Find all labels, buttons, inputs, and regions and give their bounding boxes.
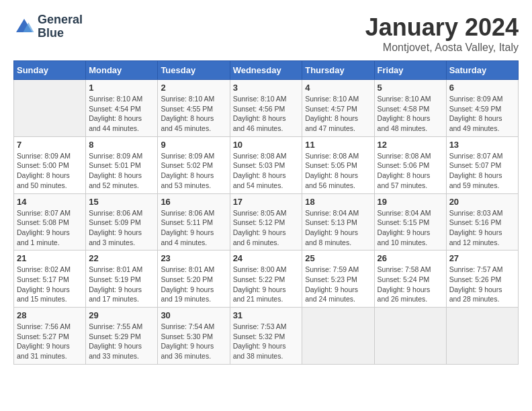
day-number: 1 (89, 83, 154, 93)
day-number: 24 (233, 253, 300, 263)
calendar-cell: 22Sunrise: 8:01 AM Sunset: 5:19 PM Dayli… (86, 250, 158, 308)
day-info: Sunrise: 8:09 AM Sunset: 5:02 PM Dayligh… (161, 151, 226, 191)
calendar-cell (302, 308, 374, 365)
calendar-cell: 7Sunrise: 8:09 AM Sunset: 5:00 PM Daylig… (14, 136, 86, 193)
day-number: 21 (17, 253, 83, 263)
day-info: Sunrise: 8:10 AM Sunset: 4:57 PM Dayligh… (305, 94, 371, 134)
day-number: 3 (233, 83, 300, 93)
calendar-cell: 23Sunrise: 8:01 AM Sunset: 5:20 PM Dayli… (158, 250, 230, 308)
day-info: Sunrise: 7:57 AM Sunset: 5:26 PM Dayligh… (449, 265, 515, 304)
weekday-header: Sunday (14, 61, 86, 80)
month-title: January 2024 (365, 13, 519, 42)
calendar-cell: 16Sunrise: 8:06 AM Sunset: 5:11 PM Dayli… (158, 193, 230, 250)
calendar-week-row: 21Sunrise: 8:02 AM Sunset: 5:17 PM Dayli… (14, 250, 519, 308)
weekday-header: Monday (86, 61, 158, 80)
day-number: 9 (161, 140, 226, 150)
day-number: 2 (161, 83, 226, 93)
calendar-cell: 10Sunrise: 8:08 AM Sunset: 5:03 PM Dayli… (230, 136, 302, 193)
calendar-cell: 18Sunrise: 8:04 AM Sunset: 5:13 PM Dayli… (302, 193, 374, 250)
day-number: 23 (161, 253, 226, 263)
calendar-cell (446, 308, 518, 365)
calendar-cell: 21Sunrise: 8:02 AM Sunset: 5:17 PM Dayli… (14, 250, 86, 308)
calendar-week-row: 28Sunrise: 7:56 AM Sunset: 5:27 PM Dayli… (14, 308, 519, 365)
calendar-cell: 4Sunrise: 8:10 AM Sunset: 4:57 PM Daylig… (302, 80, 374, 137)
title-block: January 2024 Montjovet, Aosta Valley, It… (365, 13, 519, 54)
day-number: 19 (378, 197, 443, 207)
day-info: Sunrise: 8:02 AM Sunset: 5:17 PM Dayligh… (17, 265, 83, 304)
day-number: 12 (378, 140, 443, 150)
calendar-cell: 11Sunrise: 8:08 AM Sunset: 5:05 PM Dayli… (302, 136, 374, 193)
calendar-cell: 3Sunrise: 8:10 AM Sunset: 4:56 PM Daylig… (230, 80, 302, 137)
weekday-header: Friday (374, 61, 446, 80)
calendar-cell: 17Sunrise: 8:05 AM Sunset: 5:12 PM Dayli… (230, 193, 302, 250)
day-number: 18 (305, 197, 371, 207)
calendar-cell: 29Sunrise: 7:55 AM Sunset: 5:29 PM Dayli… (86, 308, 158, 365)
day-info: Sunrise: 8:05 AM Sunset: 5:12 PM Dayligh… (233, 208, 300, 248)
day-number: 17 (233, 197, 300, 207)
day-number: 10 (233, 140, 300, 150)
logo-text: General Blue (38, 13, 83, 40)
calendar-cell: 6Sunrise: 8:09 AM Sunset: 4:59 PM Daylig… (446, 80, 518, 137)
day-info: Sunrise: 7:55 AM Sunset: 5:29 PM Dayligh… (89, 322, 154, 361)
calendar-week-row: 7Sunrise: 8:09 AM Sunset: 5:00 PM Daylig… (14, 136, 519, 193)
calendar-cell: 8Sunrise: 8:09 AM Sunset: 5:01 PM Daylig… (86, 136, 158, 193)
calendar-cell: 9Sunrise: 8:09 AM Sunset: 5:02 PM Daylig… (158, 136, 230, 193)
day-info: Sunrise: 8:01 AM Sunset: 5:20 PM Dayligh… (161, 265, 226, 304)
day-number: 25 (305, 253, 371, 263)
calendar-cell (14, 80, 86, 137)
calendar-cell: 15Sunrise: 8:06 AM Sunset: 5:09 PM Dayli… (86, 193, 158, 250)
calendar-cell: 30Sunrise: 7:54 AM Sunset: 5:30 PM Dayli… (158, 308, 230, 365)
day-info: Sunrise: 8:00 AM Sunset: 5:22 PM Dayligh… (233, 265, 300, 304)
day-info: Sunrise: 8:09 AM Sunset: 5:01 PM Dayligh… (89, 151, 154, 191)
weekday-header: Thursday (302, 61, 374, 80)
calendar-header: SundayMondayTuesdayWednesdayThursdayFrid… (14, 61, 519, 80)
day-info: Sunrise: 7:59 AM Sunset: 5:23 PM Dayligh… (305, 265, 371, 304)
day-info: Sunrise: 8:10 AM Sunset: 4:58 PM Dayligh… (378, 94, 443, 134)
day-info: Sunrise: 8:03 AM Sunset: 5:16 PM Dayligh… (449, 208, 515, 248)
day-info: Sunrise: 8:10 AM Sunset: 4:56 PM Dayligh… (233, 94, 300, 134)
day-info: Sunrise: 8:10 AM Sunset: 4:55 PM Dayligh… (161, 94, 226, 134)
day-info: Sunrise: 7:58 AM Sunset: 5:24 PM Dayligh… (378, 265, 443, 304)
day-number: 31 (233, 310, 300, 320)
day-number: 29 (89, 310, 154, 320)
logo-icon (13, 16, 35, 38)
day-info: Sunrise: 8:08 AM Sunset: 5:03 PM Dayligh… (233, 151, 300, 191)
day-info: Sunrise: 8:04 AM Sunset: 5:15 PM Dayligh… (378, 208, 443, 248)
day-number: 16 (161, 197, 226, 207)
location-title: Montjovet, Aosta Valley, Italy (365, 42, 519, 54)
day-number: 7 (17, 140, 83, 150)
calendar-cell: 28Sunrise: 7:56 AM Sunset: 5:27 PM Dayli… (14, 308, 86, 365)
day-info: Sunrise: 8:09 AM Sunset: 5:00 PM Dayligh… (17, 151, 83, 191)
day-number: 27 (449, 253, 515, 263)
calendar-cell: 2Sunrise: 8:10 AM Sunset: 4:55 PM Daylig… (158, 80, 230, 137)
day-info: Sunrise: 8:06 AM Sunset: 5:11 PM Dayligh… (161, 208, 226, 248)
day-number: 11 (305, 140, 371, 150)
day-info: Sunrise: 8:07 AM Sunset: 5:08 PM Dayligh… (17, 208, 83, 248)
calendar-week-row: 1Sunrise: 8:10 AM Sunset: 4:54 PM Daylig… (14, 80, 519, 137)
day-info: Sunrise: 7:53 AM Sunset: 5:32 PM Dayligh… (233, 322, 300, 361)
weekday-header: Wednesday (230, 61, 302, 80)
day-info: Sunrise: 8:08 AM Sunset: 5:05 PM Dayligh… (305, 151, 371, 191)
weekday-header: Saturday (446, 61, 518, 80)
day-info: Sunrise: 8:07 AM Sunset: 5:07 PM Dayligh… (449, 151, 515, 191)
day-info: Sunrise: 8:01 AM Sunset: 5:19 PM Dayligh… (89, 265, 154, 304)
day-number: 15 (89, 197, 154, 207)
calendar-table: SundayMondayTuesdayWednesdayThursdayFrid… (13, 60, 519, 365)
calendar-cell: 27Sunrise: 7:57 AM Sunset: 5:26 PM Dayli… (446, 250, 518, 308)
weekday-row: SundayMondayTuesdayWednesdayThursdayFrid… (14, 61, 519, 80)
day-number: 5 (378, 83, 443, 93)
day-number: 6 (449, 83, 515, 93)
calendar-week-row: 14Sunrise: 8:07 AM Sunset: 5:08 PM Dayli… (14, 193, 519, 250)
calendar-cell: 5Sunrise: 8:10 AM Sunset: 4:58 PM Daylig… (374, 80, 446, 137)
calendar-cell: 25Sunrise: 7:59 AM Sunset: 5:23 PM Dayli… (302, 250, 374, 308)
day-number: 4 (305, 83, 371, 93)
calendar-cell: 12Sunrise: 8:08 AM Sunset: 5:06 PM Dayli… (374, 136, 446, 193)
day-info: Sunrise: 8:09 AM Sunset: 4:59 PM Dayligh… (449, 94, 515, 134)
calendar-cell: 24Sunrise: 8:00 AM Sunset: 5:22 PM Dayli… (230, 250, 302, 308)
day-number: 20 (449, 197, 515, 207)
day-info: Sunrise: 7:56 AM Sunset: 5:27 PM Dayligh… (17, 322, 83, 361)
day-number: 13 (449, 140, 515, 150)
calendar-cell (374, 308, 446, 365)
day-info: Sunrise: 8:06 AM Sunset: 5:09 PM Dayligh… (89, 208, 154, 248)
calendar-body: 1Sunrise: 8:10 AM Sunset: 4:54 PM Daylig… (14, 80, 519, 365)
